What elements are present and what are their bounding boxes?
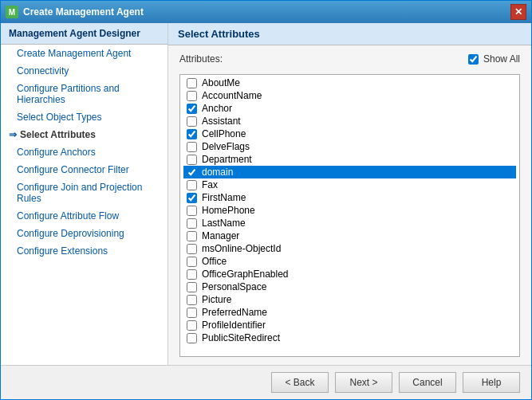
attr-item-Fax[interactable]: Fax xyxy=(183,178,516,191)
sidebar-item-connectivity[interactable]: Connectivity xyxy=(1,62,167,80)
close-button[interactable]: ✕ xyxy=(510,4,526,20)
attr-checkbox-OfficeGraphEnabled[interactable] xyxy=(187,269,197,280)
window-title: Create Management Agent xyxy=(23,6,144,18)
attr-checkbox-Picture[interactable] xyxy=(187,295,197,305)
window-icon: M xyxy=(6,6,18,18)
main-content: Attributes: Show All AboutMeAccountNameA… xyxy=(168,45,531,365)
attr-label-DelveFlags: DelveFlags xyxy=(202,141,250,152)
attr-checkbox-Anchor[interactable] xyxy=(187,104,197,114)
attr-item-OfficeGraphEnabled[interactable]: OfficeGraphEnabled xyxy=(183,268,516,280)
sidebar-item-label: Configure Attribute Flow xyxy=(17,210,119,222)
show-all-label: Show All xyxy=(483,53,520,65)
sidebar-item-label: Connectivity xyxy=(17,65,69,76)
sidebar-item-label: Select Object Types xyxy=(17,112,102,123)
attr-label-Assistant: Assistant xyxy=(202,116,241,127)
attr-item-ProfileIdentifier[interactable]: ProfileIdentifier xyxy=(183,319,516,331)
attr-checkbox-msOnline-ObjectId[interactable] xyxy=(187,244,197,254)
attr-label-PreferredName: PreferredName xyxy=(202,307,267,318)
sidebar-item-configure-extensions[interactable]: Configure Extensions xyxy=(1,242,167,260)
title-bar-left: M Create Management Agent xyxy=(6,6,144,18)
attr-label-Manager: Manager xyxy=(202,230,239,241)
sidebar-item-label: Create Management Agent xyxy=(17,48,131,59)
attr-checkbox-PreferredName[interactable] xyxy=(187,308,197,318)
sidebar-item-label: Configure Anchors xyxy=(17,147,96,158)
main-panel: Select Attributes Attributes: Show All A… xyxy=(168,23,531,365)
attr-checkbox-LastName[interactable] xyxy=(187,218,197,229)
attr-item-CellPhone[interactable]: CellPhone xyxy=(183,127,516,140)
main-panel-header: Select Attributes xyxy=(168,23,531,45)
attr-checkbox-DelveFlags[interactable] xyxy=(187,142,197,152)
sidebar-item-create-management-agent[interactable]: Create Management Agent xyxy=(1,45,167,62)
attr-item-HomePhone[interactable]: HomePhone xyxy=(183,204,516,217)
attr-checkbox-PersonalSpace[interactable] xyxy=(187,282,197,292)
help-button[interactable]: Help xyxy=(463,372,520,393)
sidebar-item-label: Select Attributes xyxy=(20,129,96,140)
content-area: Management Agent Designer Create Managem… xyxy=(1,23,531,365)
attr-checkbox-ProfileIdentifier[interactable] xyxy=(187,320,197,331)
sidebar-item-configure-connector-filter[interactable]: Configure Connector Filter xyxy=(1,161,167,178)
attr-checkbox-Manager[interactable] xyxy=(187,231,197,241)
attr-checkbox-HomePhone[interactable] xyxy=(187,206,197,216)
attr-label-HomePhone: HomePhone xyxy=(202,205,255,216)
sidebar-item-select-object-types[interactable]: Select Object Types xyxy=(1,108,167,126)
sidebar-item-configure-attribute-flow[interactable]: Configure Attribute Flow xyxy=(1,207,167,225)
attr-item-PublicSiteRedirect[interactable]: PublicSiteRedirect xyxy=(183,331,516,344)
arrow-icon: ⇒ xyxy=(9,129,17,140)
attr-checkbox-Department[interactable] xyxy=(187,155,197,165)
sidebar-item-configure-anchors[interactable]: Configure Anchors xyxy=(1,143,167,161)
sidebar-item-select-attributes[interactable]: ⇒ Select Attributes xyxy=(1,126,167,143)
attr-checkbox-Assistant[interactable] xyxy=(187,116,197,127)
footer: < Back Next > Cancel Help xyxy=(1,365,531,399)
attr-item-AboutMe[interactable]: AboutMe xyxy=(183,76,516,89)
attr-checkbox-AccountName[interactable] xyxy=(187,91,197,101)
attr-label-AboutMe: AboutMe xyxy=(202,77,240,88)
attr-item-Anchor[interactable]: Anchor xyxy=(183,102,516,115)
title-bar: M Create Management Agent ✕ xyxy=(1,1,531,23)
attr-checkbox-domain[interactable] xyxy=(187,167,197,178)
attributes-label: Attributes: xyxy=(179,53,223,65)
attr-label-Anchor: Anchor xyxy=(202,103,232,114)
attr-checkbox-FirstName[interactable] xyxy=(187,193,197,203)
sidebar-item-label: Configure Connector Filter xyxy=(17,164,129,175)
attr-label-PersonalSpace: PersonalSpace xyxy=(202,281,266,292)
sidebar-item-label: Configure Join and Projection Rules xyxy=(17,182,142,204)
attr-item-AccountName[interactable]: AccountName xyxy=(183,89,516,102)
attr-label-FirstName: FirstName xyxy=(202,192,246,203)
attr-item-Department[interactable]: Department xyxy=(183,153,516,166)
attr-item-PersonalSpace[interactable]: PersonalSpace xyxy=(183,280,516,293)
attr-label-msOnline-ObjectId: msOnline-ObjectId xyxy=(202,243,281,254)
attr-item-PreferredName[interactable]: PreferredName xyxy=(183,306,516,319)
attr-checkbox-Office[interactable] xyxy=(187,257,197,267)
attributes-list[interactable]: AboutMeAccountNameAnchorAssistantCellPho… xyxy=(179,74,520,357)
attr-item-DelveFlags[interactable]: DelveFlags xyxy=(183,140,516,153)
main-window: M Create Management Agent ✕ Management A… xyxy=(0,0,532,400)
attr-item-Manager[interactable]: Manager xyxy=(183,229,516,242)
show-all-checkbox[interactable] xyxy=(468,54,479,65)
sidebar-item-configure-deprovisioning[interactable]: Configure Deprovisioning xyxy=(1,225,167,242)
attr-item-domain[interactable]: domain xyxy=(183,166,516,178)
attr-label-Office: Office xyxy=(202,256,227,267)
attr-item-Office[interactable]: Office xyxy=(183,255,516,268)
cancel-button[interactable]: Cancel xyxy=(399,372,456,393)
attr-item-Assistant[interactable]: Assistant xyxy=(183,115,516,127)
attr-item-LastName[interactable]: LastName xyxy=(183,217,516,229)
attr-label-ProfileIdentifier: ProfileIdentifier xyxy=(202,320,266,331)
attr-item-msOnline-ObjectId[interactable]: msOnline-ObjectId xyxy=(183,242,516,255)
attr-label-Fax: Fax xyxy=(202,179,218,190)
show-all-row: Show All xyxy=(468,53,520,65)
attr-checkbox-Fax[interactable] xyxy=(187,180,197,190)
sidebar-item-label: Configure Partitions and Hierarchies xyxy=(17,83,120,105)
attr-checkbox-PublicSiteRedirect[interactable] xyxy=(187,333,197,343)
attr-label-domain: domain xyxy=(202,167,233,178)
attr-checkbox-AboutMe[interactable] xyxy=(187,78,197,88)
sidebar-header: Management Agent Designer xyxy=(1,23,167,45)
next-button[interactable]: Next > xyxy=(335,372,392,393)
attr-label-OfficeGraphEnabled: OfficeGraphEnabled xyxy=(202,269,289,280)
attr-item-FirstName[interactable]: FirstName xyxy=(183,191,516,204)
sidebar-item-configure-partitions[interactable]: Configure Partitions and Hierarchies xyxy=(1,80,167,108)
back-button[interactable]: < Back xyxy=(271,372,329,393)
attr-label-Department: Department xyxy=(202,154,252,165)
attr-item-Picture[interactable]: Picture xyxy=(183,293,516,306)
sidebar-item-configure-join[interactable]: Configure Join and Projection Rules xyxy=(1,178,167,207)
attr-checkbox-CellPhone[interactable] xyxy=(187,129,197,139)
